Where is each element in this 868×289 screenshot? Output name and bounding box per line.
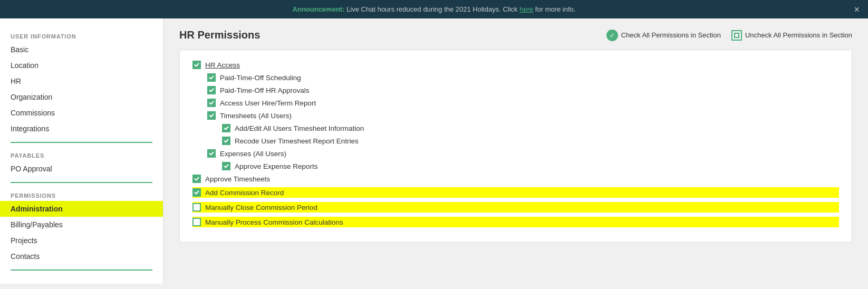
permission-label-3: Access User Hire/Term Report xyxy=(220,99,316,107)
sidebar-item-hr[interactable]: HR xyxy=(0,73,163,89)
sidebar-divider-0 xyxy=(11,142,152,143)
permission-checkbox-4[interactable] xyxy=(207,111,216,120)
sidebar-item-administration[interactable]: Administration xyxy=(0,201,163,217)
permission-checkbox-0[interactable] xyxy=(192,61,201,69)
sidebar-section-title-0: USER INFORMATION xyxy=(0,29,163,42)
sidebar: USER INFORMATIONBasicLocationHROrganizat… xyxy=(0,18,163,284)
sidebar-item-billing-payables[interactable]: Billing/Payables xyxy=(0,217,163,233)
permission-row-10: Add Commission Record xyxy=(192,187,839,198)
permission-row-0: HR Access xyxy=(192,61,839,69)
permissions-card: HR AccessPaid-Time-Off SchedulingPaid-Ti… xyxy=(179,50,852,243)
permission-label-5: Add/Edit All Users Timesheet Information xyxy=(235,124,364,132)
sidebar-section-title-2: PERMISSIONS xyxy=(0,188,163,201)
page-title: HR Permissions xyxy=(179,29,606,41)
permission-label-8: Approve Expense Reports xyxy=(235,162,318,170)
permission-checkbox-11[interactable] xyxy=(192,203,201,211)
announce-link[interactable]: here xyxy=(519,5,533,13)
permission-label-0: HR Access xyxy=(205,61,240,69)
sidebar-divider-1 xyxy=(11,182,152,183)
header-actions: ✓ Check All Permissions in Section Unche… xyxy=(606,30,852,41)
permission-row-11: Manually Close Commission Period xyxy=(192,202,839,213)
permission-label-11: Manually Close Commission Period xyxy=(205,204,317,211)
permission-checkbox-5[interactable] xyxy=(222,124,230,132)
main-layout: USER INFORMATIONBasicLocationHROrganizat… xyxy=(0,18,868,284)
announce-message: Live Chat hours reduced during the 2021 … xyxy=(346,5,519,13)
permission-checkbox-2[interactable] xyxy=(207,86,216,94)
sidebar-item-integrations[interactable]: Integrations xyxy=(0,121,163,137)
permission-row-12: Manually Process Commission Calculations xyxy=(192,217,839,227)
sidebar-item-organization[interactable]: Organization xyxy=(0,89,163,105)
sidebar-item-location[interactable]: Location xyxy=(0,57,163,73)
permission-label-10: Add Commission Record xyxy=(205,189,284,197)
permission-row-2: Paid-Time-Off HR Approvals xyxy=(192,86,839,94)
permission-row-1: Paid-Time-Off Scheduling xyxy=(192,73,839,82)
sidebar-section-title-1: PAYABLES xyxy=(0,148,163,161)
permission-checkbox-8[interactable] xyxy=(222,162,230,170)
permission-label-2: Paid-Time-Off HR Approvals xyxy=(220,86,310,94)
uncheck-all-label: Uncheck All Permissions in Section xyxy=(745,31,852,39)
permission-checkbox-9[interactable] xyxy=(192,175,201,183)
permission-checkbox-6[interactable] xyxy=(222,137,230,145)
sidebar-item-projects[interactable]: Projects xyxy=(0,233,163,248)
permission-checkbox-3[interactable] xyxy=(207,99,216,107)
permission-row-9: Approve Timesheets xyxy=(192,175,839,183)
permission-checkbox-12[interactable] xyxy=(192,218,201,226)
sidebar-divider-2 xyxy=(11,269,152,271)
check-all-icon: ✓ xyxy=(606,30,618,41)
permission-checkbox-1[interactable] xyxy=(207,73,216,82)
announcement-close-button[interactable]: × xyxy=(854,4,860,15)
svg-rect-0 xyxy=(735,33,739,37)
permission-label-1: Paid-Time-Off Scheduling xyxy=(220,74,301,82)
uncheck-all-icon xyxy=(731,30,742,41)
permission-row-8: Approve Expense Reports xyxy=(192,162,839,170)
content-area: HR Permissions ✓ Check All Permissions i… xyxy=(163,18,868,284)
sidebar-item-basic[interactable]: Basic xyxy=(0,42,163,57)
check-all-label: Check All Permissions in Section xyxy=(621,31,721,39)
announce-label: Announcement: xyxy=(293,5,345,13)
permission-label-9: Approve Timesheets xyxy=(205,175,270,183)
check-all-button[interactable]: ✓ Check All Permissions in Section xyxy=(606,30,721,41)
permission-label-7: Expenses (All Users) xyxy=(220,150,286,158)
permission-row-6: Recode User Timesheet Report Entries xyxy=(192,137,839,145)
permission-row-7: Expenses (All Users) xyxy=(192,149,839,158)
permission-label-12: Manually Process Commission Calculations xyxy=(205,218,343,226)
permission-label-4: Timesheets (All Users) xyxy=(220,112,292,120)
announcement-bar: Announcement: Live Chat hours reduced du… xyxy=(0,0,868,18)
permission-row-3: Access User Hire/Term Report xyxy=(192,99,839,107)
sidebar-item-contacts[interactable]: Contacts xyxy=(0,248,163,264)
permission-label-6: Recode User Timesheet Report Entries xyxy=(235,137,359,145)
permission-row-4: Timesheets (All Users) xyxy=(192,111,839,120)
uncheck-all-button[interactable]: Uncheck All Permissions in Section xyxy=(731,30,852,41)
permission-row-5: Add/Edit All Users Timesheet Information xyxy=(192,124,839,132)
announce-suffix: for more info. xyxy=(535,5,576,13)
permission-checkbox-10[interactable] xyxy=(192,188,201,197)
sidebar-item-po-approval[interactable]: PO Approval xyxy=(0,161,163,177)
permissions-header: HR Permissions ✓ Check All Permissions i… xyxy=(179,29,852,41)
sidebar-item-commissions[interactable]: Commissions xyxy=(0,105,163,121)
permission-checkbox-7[interactable] xyxy=(207,149,216,158)
